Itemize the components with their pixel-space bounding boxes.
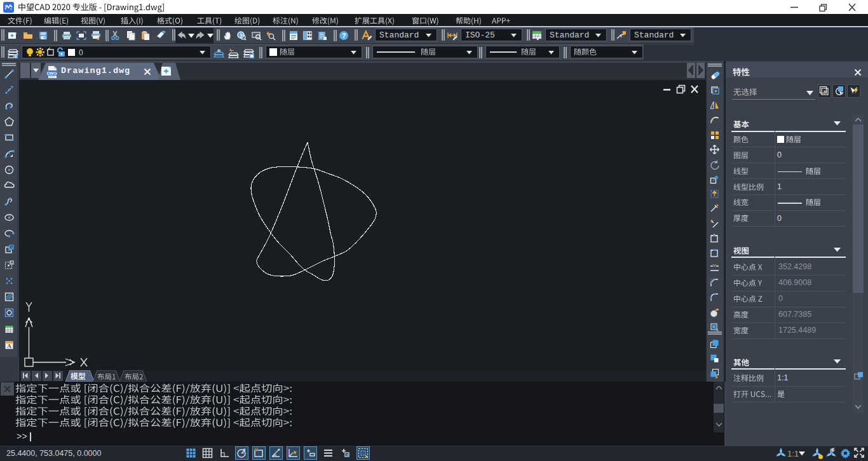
svg-text:A: A [7,343,11,349]
